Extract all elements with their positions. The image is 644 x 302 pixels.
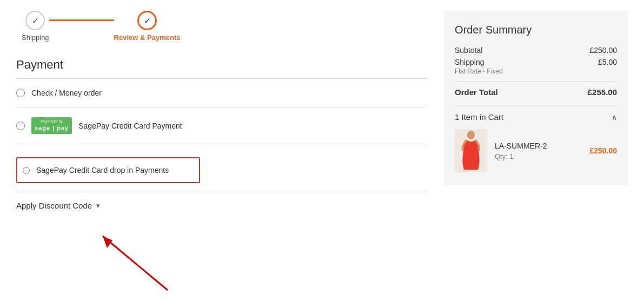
step-connector [49, 19, 114, 21]
step-review-circle: ✓ [137, 11, 157, 30]
order-total-label: Order Total [455, 88, 498, 97]
arrow-annotation [16, 225, 428, 296]
item-cart-label: 1 Item in Cart [455, 112, 503, 122]
svg-line-0 [103, 236, 168, 290]
arrow-svg [81, 225, 189, 296]
subtotal-value: £250.00 [589, 46, 617, 55]
order-total-row: Order Total £255.00 [455, 88, 617, 97]
sagepay-badge-name: sage | pay [35, 124, 69, 132]
apply-discount-label: Apply Discount Code [16, 201, 92, 210]
sagepay-badge: Payments by sage | pay [31, 117, 72, 134]
flat-rate-label: Flat Rate - Fixed [455, 68, 617, 75]
subtotal-row: Subtotal £250.00 [455, 46, 617, 55]
order-summary: Order Summary Subtotal £250.00 Shipping … [444, 11, 628, 185]
discount-chevron-icon: ▾ [96, 202, 100, 210]
order-summary-title: Order Summary [455, 24, 617, 36]
cart-chevron-up-icon: ∧ [612, 113, 617, 122]
cart-item-price: £250.00 [589, 146, 617, 155]
stepper: ✓ Shipping ✓ Review & Payments [16, 11, 428, 42]
svg-marker-1 [103, 236, 112, 248]
payment-option-sagepay-cc: Payments by sage | pay SagePay Credit Ca… [16, 108, 428, 144]
cart-item: LA-SUMMER-2 Qty: 1 £250.00 [455, 129, 617, 172]
radio-check-money[interactable] [16, 89, 25, 97]
right-column: Order Summary Subtotal £250.00 Shipping … [444, 11, 628, 296]
sagepay-cc-label[interactable]: SagePay Credit Card Payment [78, 122, 182, 130]
order-total-value: £255.00 [588, 88, 617, 97]
subtotal-label: Subtotal [455, 46, 482, 55]
payment-option-sagepay-drop[interactable]: SagePay Credit Card drop in Payments [16, 157, 200, 183]
sagepay-badge-payments-by: Payments by [41, 119, 62, 124]
apply-discount[interactable]: Apply Discount Code ▾ [16, 191, 428, 220]
step-shipping: ✓ Shipping [22, 11, 49, 42]
cart-item-figure-svg [457, 131, 484, 171]
sagepay-drop-label[interactable]: SagePay Credit Card drop in Payments [36, 166, 169, 175]
step-shipping-label: Shipping [22, 33, 49, 42]
shipping-value: £5.00 [598, 58, 617, 66]
step-shipping-circle: ✓ [25, 11, 45, 30]
step-review-label: Review & Payments [114, 33, 181, 42]
shipping-label: Shipping [455, 58, 484, 66]
payment-title: Payment [16, 58, 428, 72]
radio-sagepay-cc[interactable] [16, 122, 25, 130]
radio-sagepay-drop[interactable] [23, 167, 30, 174]
step-review: ✓ Review & Payments [114, 11, 181, 42]
payment-option-drop-wrapper: SagePay Credit Card drop in Payments [16, 144, 428, 191]
payment-option-check: Check / Money order [16, 79, 428, 108]
check-money-label[interactable]: Check / Money order [31, 89, 102, 97]
cart-item-qty: Qty: 1 [495, 152, 582, 160]
left-column: ✓ Shipping ✓ Review & Payments Payment C… [16, 11, 428, 296]
cart-item-image [455, 129, 487, 172]
svg-point-2 [467, 131, 475, 139]
cart-item-name: LA-SUMMER-2 [495, 142, 582, 150]
summary-divider [455, 82, 617, 82]
item-cart-header[interactable]: 1 Item in Cart ∧ [455, 105, 617, 122]
cart-item-info: LA-SUMMER-2 Qty: 1 [495, 142, 582, 160]
shipping-row: Shipping £5.00 [455, 58, 617, 66]
